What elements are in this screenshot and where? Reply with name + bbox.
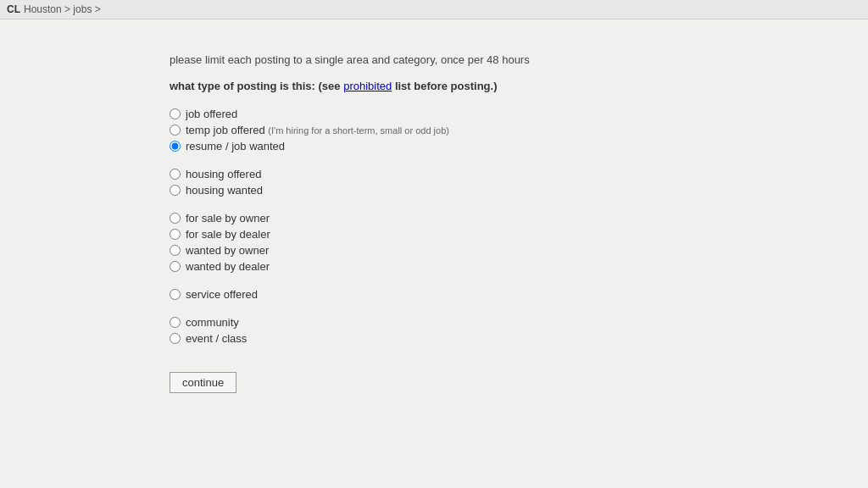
radio-housing-wanted[interactable]	[170, 185, 181, 196]
option-job-offered[interactable]: job offered	[170, 106, 868, 122]
continue-button[interactable]: continue	[170, 372, 236, 393]
question-bold: what type of posting is this:	[170, 80, 315, 92]
label-housing-offered[interactable]: housing offered	[186, 168, 261, 180]
label-community[interactable]: community	[186, 316, 239, 329]
option-housing-wanted[interactable]: housing wanted	[170, 182, 868, 198]
radio-wanted-by-owner[interactable]	[170, 245, 181, 256]
option-community[interactable]: community	[170, 314, 868, 330]
radio-resume-job-wanted[interactable]	[170, 141, 181, 152]
community-options-group: community event / class	[170, 314, 868, 347]
label-for-sale-by-owner[interactable]: for sale by owner	[186, 212, 270, 225]
prohibited-link[interactable]: prohibited	[343, 80, 392, 92]
radio-service-offered[interactable]	[170, 289, 181, 300]
job-options-group: job offered temp job offered (I'm hiring…	[170, 106, 868, 154]
option-for-sale-by-dealer[interactable]: for sale by dealer	[170, 226, 868, 242]
label-temp-job-offered[interactable]: temp job offered (I'm hiring for a short…	[186, 124, 449, 136]
option-event-class[interactable]: event / class	[170, 330, 868, 347]
option-service-offered[interactable]: service offered	[170, 286, 868, 302]
radio-community[interactable]	[170, 317, 181, 328]
label-service-offered[interactable]: service offered	[186, 288, 258, 301]
option-housing-offered[interactable]: housing offered	[170, 166, 868, 182]
radio-for-sale-by-owner[interactable]	[170, 213, 181, 224]
question-label: what type of posting is this: (see prohi…	[170, 80, 868, 92]
service-options-group: service offered	[170, 286, 868, 302]
label-wanted-by-owner[interactable]: wanted by owner	[186, 244, 269, 257]
radio-housing-offered[interactable]	[170, 169, 181, 180]
main-content: please limit each posting to a single ar…	[0, 19, 868, 393]
option-temp-job-offered[interactable]: temp job offered (I'm hiring for a short…	[170, 122, 868, 138]
breadcrumb: Houston > jobs >	[24, 3, 101, 15]
radio-wanted-by-dealer[interactable]	[170, 261, 181, 272]
radio-event-class[interactable]	[170, 333, 181, 344]
label-job-offered[interactable]: job offered	[186, 108, 237, 120]
label-event-class[interactable]: event / class	[186, 332, 247, 345]
radio-job-offered[interactable]	[170, 108, 181, 119]
radio-temp-job-offered[interactable]	[170, 125, 181, 136]
option-wanted-by-owner[interactable]: wanted by owner	[170, 242, 868, 258]
label-wanted-by-dealer[interactable]: wanted by dealer	[186, 260, 270, 273]
info-text: please limit each posting to a single ar…	[170, 53, 868, 66]
sale-options-group: for sale by owner for sale by dealer wan…	[170, 210, 868, 274]
question-end: list before posting.)	[392, 80, 497, 92]
label-housing-wanted[interactable]: housing wanted	[186, 184, 263, 197]
label-resume-job-wanted[interactable]: resume / job wanted	[186, 140, 285, 152]
option-for-sale-by-owner[interactable]: for sale by owner	[170, 210, 868, 226]
option-resume-job-wanted[interactable]: resume / job wanted	[170, 138, 868, 154]
option-wanted-by-dealer[interactable]: wanted by dealer	[170, 258, 868, 274]
question-see: (see	[319, 80, 344, 92]
topbar: CL Houston > jobs >	[0, 0, 868, 19]
housing-options-group: housing offered housing wanted	[170, 166, 868, 198]
cl-logo: CL	[7, 3, 20, 15]
radio-for-sale-by-dealer[interactable]	[170, 229, 181, 240]
temp-job-subtext: (I'm hiring for a short-term, small or o…	[268, 125, 449, 136]
label-for-sale-by-dealer[interactable]: for sale by dealer	[186, 228, 270, 241]
